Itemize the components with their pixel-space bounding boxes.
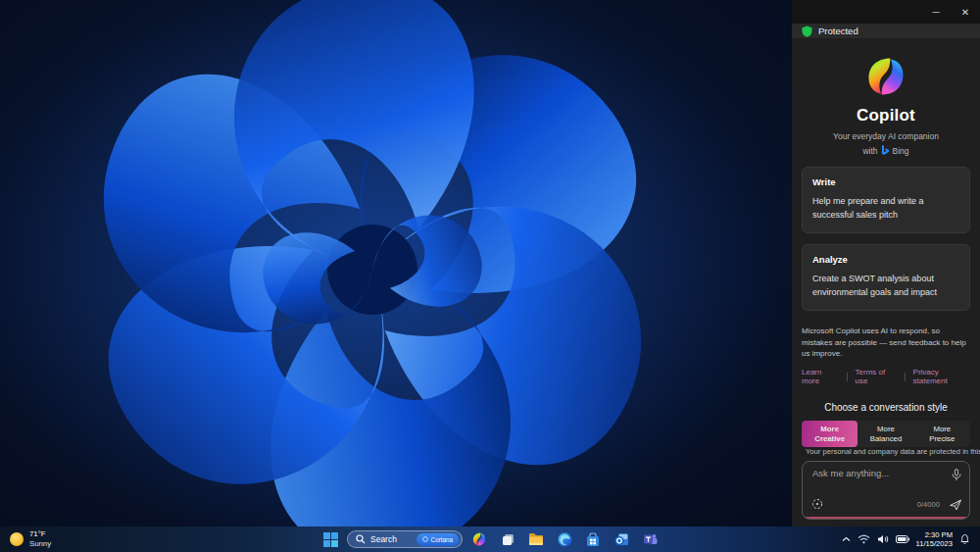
microsoft-store-icon: [586, 532, 600, 547]
tray-time: 2:30 PM: [925, 530, 953, 539]
tray-date: 11/15/2023: [916, 539, 953, 548]
outlook-icon: [614, 532, 629, 546]
taskbar-app-edge[interactable]: [553, 527, 576, 551]
clock[interactable]: 2:30 PM 11/15/2023: [916, 530, 953, 549]
wifi-icon[interactable]: [858, 534, 870, 544]
volume-icon[interactable]: [877, 534, 889, 544]
weather-condition: Sunny: [29, 539, 51, 549]
taskbar-app-file-explorer[interactable]: [524, 527, 548, 551]
suggestion-card-write[interactable]: Write Help me prepare and write a succes…: [802, 167, 970, 233]
style-more-precise[interactable]: More Precise: [914, 421, 970, 447]
taskbar-app-outlook[interactable]: [610, 527, 633, 551]
card-title: Write: [812, 176, 959, 187]
screenshot-icon[interactable]: [811, 498, 823, 510]
conversation-style-toggle: More Creative More Balanced More Precise: [802, 421, 970, 447]
style-more-balanced[interactable]: More Balanced: [858, 421, 913, 447]
tray-chevron-up-icon[interactable]: [842, 536, 851, 542]
weather-temp: 71°F: [29, 529, 51, 539]
with-label: with: [862, 146, 877, 156]
conversation-style-heading: Choose a conversation style: [802, 402, 970, 413]
sparkle-icon: [422, 536, 428, 542]
close-button[interactable]: ✕: [951, 0, 980, 24]
desktop: ─ ✕ Protected: [0, 0, 980, 552]
copilot-titlebar: ─ ✕: [792, 0, 980, 24]
minimize-button[interactable]: ─: [921, 0, 951, 24]
card-body: Help me prepare and write a successful s…: [812, 195, 959, 222]
windows-logo-icon: [323, 532, 338, 547]
copilot-subtitle: Your everyday AI companion: [802, 131, 970, 141]
taskbar: 71°F Sunny Search: [0, 527, 980, 552]
battery-icon[interactable]: [896, 535, 909, 543]
style-more-creative[interactable]: More Creative: [802, 421, 858, 447]
shield-icon: [802, 25, 812, 37]
notification-bell-icon[interactable]: [959, 533, 970, 545]
privacy-statement-link[interactable]: Privacy statement: [913, 368, 970, 385]
input-accent-underline: [804, 517, 968, 519]
teams-icon: [643, 532, 658, 546]
bing-icon: [881, 145, 890, 156]
taskbar-app-copilot[interactable]: [467, 527, 491, 551]
protected-label: Protected: [818, 25, 858, 36]
search-highlight-badge[interactable]: Cortana: [416, 533, 459, 546]
file-explorer-icon: [528, 532, 544, 546]
ai-disclaimer: Microsoft Copilot uses AI to respond, so…: [802, 326, 970, 360]
terms-of-use-link[interactable]: Terms of use: [856, 368, 897, 385]
weather-widget[interactable]: 71°F Sunny: [0, 529, 51, 548]
copilot-title: Copilot: [802, 106, 970, 125]
send-icon[interactable]: [949, 498, 962, 512]
task-view-icon: [501, 532, 515, 547]
copilot-panel: ─ ✕ Protected: [792, 0, 980, 527]
card-title: Analyze: [812, 254, 959, 265]
character-counter: 0/4000: [917, 500, 940, 509]
microphone-icon[interactable]: [952, 469, 961, 481]
copilot-with-bing: with Bing: [802, 145, 970, 156]
start-button[interactable]: [318, 527, 342, 551]
sun-icon: [10, 532, 24, 546]
footer-links: Learn more Terms of use Privacy statemen…: [802, 368, 970, 385]
copilot-taskbar-icon: [471, 531, 487, 547]
card-body: Create a SWOT analysis about environment…: [812, 273, 959, 299]
chat-input[interactable]: [812, 468, 942, 489]
chat-input-box: 0/4000: [802, 461, 970, 520]
copilot-logo-icon: [863, 54, 908, 99]
edge-icon: [558, 532, 572, 547]
taskbar-app-teams[interactable]: [638, 527, 662, 551]
suggestion-card-analyze[interactable]: Analyze Create a SWOT analysis about env…: [802, 244, 970, 311]
learn-more-link[interactable]: Learn more: [802, 368, 839, 385]
taskbar-app-task-view[interactable]: [496, 527, 519, 551]
taskbar-app-microsoft-store[interactable]: [581, 527, 605, 551]
protected-status[interactable]: Protected: [792, 24, 980, 38]
data-protection-note: Your personal and company data are prote…: [802, 447, 970, 461]
search-box[interactable]: Search Cortana: [347, 530, 463, 548]
search-label: Search: [370, 534, 412, 544]
bing-label: Bing: [893, 146, 909, 156]
search-icon: [356, 534, 366, 544]
